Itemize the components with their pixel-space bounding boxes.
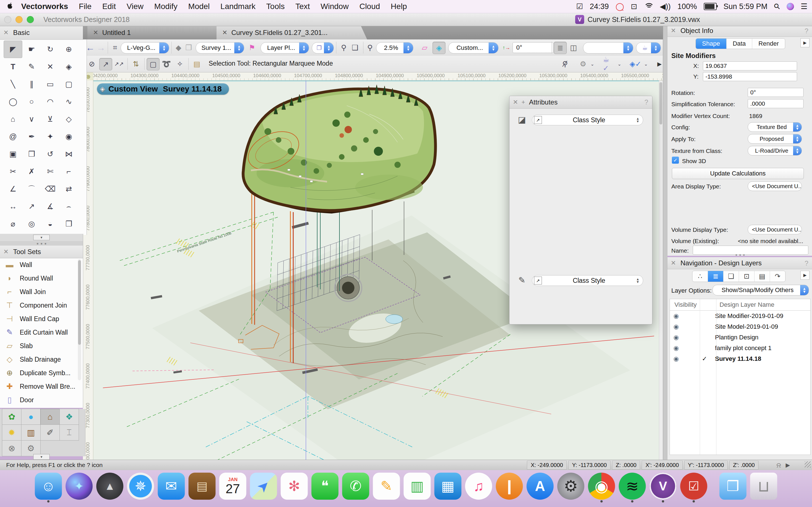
dim-diagonal-tool[interactable]: ↗ [22, 198, 41, 215]
snapping-gear-icon[interactable]: ⚙ [577, 58, 589, 70]
help-icon[interactable]: ? [805, 27, 808, 35]
status-expand-arrow[interactable]: ▶ [786, 462, 790, 468]
layer-name[interactable]: Site Model-2019-01-09 [712, 323, 778, 330]
basic-palette-header[interactable]: ✕ Basic [0, 26, 83, 40]
volume-icon[interactable]: ◀)) [660, 2, 671, 11]
drop-3d-tool[interactable]: ◈ [59, 58, 78, 75]
pan-tool[interactable]: ☛ [22, 41, 41, 58]
tool-wall-join[interactable]: ⌐ Wall Join [0, 285, 83, 298]
layer-table-header[interactable]: Visibility Design Layer Name [670, 299, 810, 311]
y-field[interactable]: -153.8998 [703, 72, 797, 81]
layer-name[interactable]: family plot concept 1 [712, 344, 772, 352]
dock-app-store[interactable]: A [527, 473, 554, 500]
close-palette-icon[interactable]: ✕ [3, 29, 8, 36]
tool-component-join[interactable]: ⊤ Component Join [0, 298, 83, 312]
horizontal-ruler[interactable]: 104200,0000104300,0000104400,0000104500,… [93, 72, 663, 80]
dock-calendar[interactable]: JAN 27 [219, 473, 246, 500]
design-layer-row[interactable]: ◉ ✓ Survey 11.14.18 [670, 353, 810, 364]
cat-building-shell[interactable]: ⌂ [40, 409, 60, 425]
close-tab-icon[interactable]: ✕ [222, 29, 227, 36]
mode-polygon-marquee[interactable]: ✧ [174, 58, 186, 70]
attribute-wand-tool[interactable]: ✦ [41, 128, 59, 145]
mode-no-interactive-scaling[interactable]: ⊘ [86, 58, 98, 70]
protractor-tool[interactable]: ◒ [41, 215, 59, 233]
x-field[interactable]: 19.0637 [703, 61, 797, 70]
mode-single-object-scaling[interactable]: ↗ [99, 58, 112, 70]
name-field[interactable] [693, 245, 808, 255]
tool-slab[interactable]: ▱ Slab [0, 339, 83, 353]
wifi-icon-wrap[interactable] [644, 3, 653, 10]
tool-sets-scrollbar-thumb[interactable] [78, 260, 81, 345]
nav-classes-icon[interactable]: ∴ [693, 271, 708, 282]
tool-round-wall[interactable]: ◗ Round Wall [0, 272, 83, 285]
text-tool[interactable]: T [4, 58, 22, 75]
apple-menu-icon[interactable] [6, 2, 13, 11]
select-similar-tool[interactable]: ◉ [59, 128, 78, 145]
dock-siri[interactable]: ✦ [66, 473, 93, 500]
connector-tool[interactable]: ❐ [59, 215, 78, 233]
mode-rectangular-marquee[interactable]: ▢ [147, 58, 160, 70]
dim-diameter-tool[interactable]: ⌀ [4, 215, 22, 233]
mirror-tool[interactable]: ⋈ [59, 145, 78, 163]
edit-viewport-flag-icon[interactable]: ⚑ [246, 42, 258, 54]
eraser-tool[interactable]: ⌫ [41, 180, 59, 198]
search-drawing-icon[interactable]: ⚲ [338, 42, 349, 54]
menu-tools[interactable]: Tools [266, 2, 285, 11]
window-resize-corner[interactable] [805, 461, 811, 467]
menu-landmark[interactable]: Landmark [220, 2, 256, 11]
clock[interactable]: Sun 5:59 PM [723, 2, 767, 11]
visibility-eye-icon[interactable]: ◉ [670, 323, 682, 330]
spotlight-search-icon[interactable]: ⚲ [772, 1, 782, 12]
tool-duplicate-symbol[interactable]: ⊕ Duplicate Symb... [0, 366, 83, 380]
class-options-icon[interactable]: ⌗ [110, 42, 120, 54]
chevron-down-icon[interactable]: ⌄ [616, 58, 622, 70]
plan-rotation-field[interactable]: 0° [513, 42, 553, 53]
visibility-eye-icon[interactable]: ◉ [670, 334, 682, 341]
rectangle-tool[interactable]: ▭ [41, 75, 59, 93]
texture-from-class-dropdown[interactable]: L-Road/Drive▲▼ [748, 146, 802, 156]
area-display-type-dropdown[interactable]: <Use Document U...▲▼ [748, 181, 802, 191]
regular-polygon-tool[interactable]: ◇ [59, 110, 78, 128]
search-selection-icon[interactable]: ❑ [350, 42, 360, 54]
projection-dropdown[interactable]: Orthogo... ▲▼ [583, 42, 633, 54]
rounded-rectangle-tool[interactable]: ▢ [59, 75, 78, 93]
saved-view-dropdown[interactable]: Custom...▲▼ [448, 42, 499, 54]
dock-system-preferences[interactable]: ⚙ [557, 473, 585, 500]
volume-display-type-dropdown[interactable]: <Use Document U...▲▼ [748, 225, 802, 234]
notification-center-icon[interactable]: ☰ [801, 2, 808, 11]
plane-check-icon[interactable]: ◈✓ [629, 58, 642, 70]
battery-icon[interactable] [704, 3, 717, 10]
expand-palette-icon[interactable]: + [521, 99, 525, 106]
eyedropper-tool[interactable]: ✒ [22, 128, 41, 145]
nav-saved-views-icon[interactable]: ▤ [754, 271, 770, 282]
zoom-tool[interactable]: ⊕ [59, 41, 78, 58]
dock-vectorworks[interactable]: V [650, 473, 677, 500]
dock-numbers[interactable]: ▥ [404, 473, 431, 500]
dock-keynote[interactable]: ▦ [435, 473, 462, 500]
menu-edit[interactable]: Edit [102, 2, 116, 11]
active-class-dropdown[interactable]: L-Veg-G...▲▼ [121, 42, 169, 54]
close-panel-icon[interactable]: ✕ [671, 27, 676, 34]
zoom-window-button[interactable] [27, 16, 34, 23]
deform-tool[interactable]: ❒ [22, 145, 41, 163]
dim-angular-tool[interactable]: ∡ [41, 198, 59, 215]
layer-options-dropdown[interactable]: Show/Snap/Modify Others▲▼ [712, 285, 809, 295]
cat-detailing[interactable]: ⌶ [59, 425, 79, 441]
close-tab-icon[interactable]: ✕ [93, 29, 98, 36]
nav-viewports-icon[interactable]: ⊡ [739, 271, 754, 282]
tab-untitled-1[interactable]: ✕ Untitled 1 [87, 26, 232, 40]
menu-vectorworks[interactable]: Vectorworks [21, 2, 68, 11]
siri-icon[interactable] [786, 3, 794, 10]
dock-itunes[interactable]: ♫ [465, 473, 492, 500]
polygon-tool[interactable]: ∨ [22, 110, 41, 128]
locus-tool[interactable]: ✕ [41, 58, 59, 75]
pen-style-dropdown[interactable]: ↗ Class Style ▲▼ [532, 275, 643, 286]
dock-spotify[interactable]: ≋ [619, 473, 646, 500]
dock-messages[interactable]: ❝ [312, 473, 339, 500]
design-layer-row[interactable]: ◉ Site Model-2019-01-09 [670, 321, 810, 332]
close-panel-icon[interactable]: ✕ [671, 260, 676, 267]
modebar-overflow-arrow[interactable]: ▶ [655, 58, 664, 70]
nav-references-icon[interactable]: ↷ [770, 271, 785, 282]
selection-tool[interactable]: ◤ [4, 41, 22, 58]
nav-design-layers-icon[interactable]: ≣ [708, 271, 723, 282]
